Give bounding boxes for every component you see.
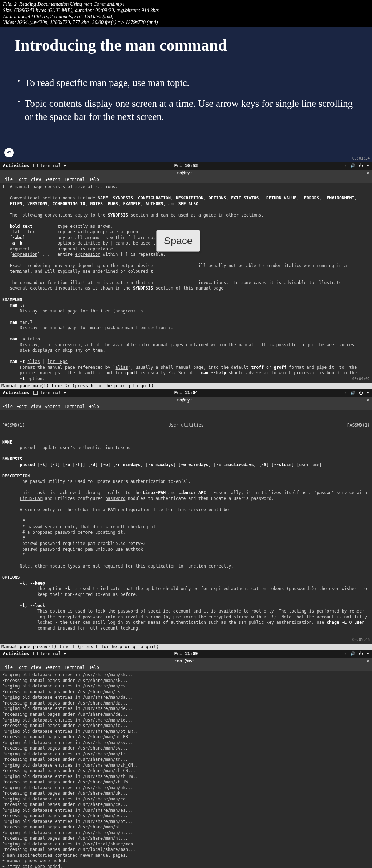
file-info-header: File: 2. Reading Documentation Using man… <box>0 0 372 27</box>
activities-button[interactable]: Activities <box>3 163 29 168</box>
terminal-screenshot-3: Activities Terminal ▼ Fri 11:09 ⚡ 🔊 ⏻ ▾ … <box>0 650 372 868</box>
menu-search[interactable]: Search <box>45 404 60 409</box>
man-header-center: User utilities <box>25 423 347 428</box>
clock[interactable]: Fri 10:58 <box>174 163 198 168</box>
clock[interactable]: Fri 11:09 <box>174 651 198 656</box>
slide-bullets: To read specific man page, use man topic… <box>15 76 357 123</box>
manpage-statusline: Manual page man(1) line 37 (press h for … <box>0 383 372 389</box>
menu-search[interactable]: Search <box>45 177 60 182</box>
file-video: Video: h264, yuv420p, 1280x720, 777 kb/s… <box>3 20 369 26</box>
volume-icon[interactable]: 🔊 <box>350 163 355 168</box>
terminal-menubar: File Edit View Search Terminal Help <box>0 176 372 183</box>
menu-file[interactable]: File <box>2 177 13 182</box>
menu-view[interactable]: View <box>31 404 41 409</box>
file-size: Size: 63996243 bytes (61.03 MiB), durati… <box>3 8 369 14</box>
slide-bullet-2: Topic contents display one screen at a t… <box>15 97 357 124</box>
clock[interactable]: Fri 11:04 <box>174 390 198 395</box>
menu-file[interactable]: File <box>2 665 13 670</box>
space-key-overlay: Space <box>156 230 200 252</box>
back-button[interactable]: ↶ <box>4 148 14 157</box>
menu-help[interactable]: Help <box>89 404 99 409</box>
menu-file[interactable]: File <box>2 404 13 409</box>
network-icon[interactable]: ⚡ <box>344 651 347 656</box>
terminal-icon <box>33 164 38 167</box>
tray-icons[interactable]: ⚡ 🔊 ⏻ ▾ <box>344 391 369 395</box>
file-audio: Audio: aac, 44100 Hz, 2 channels, s16, 1… <box>3 14 369 20</box>
terminal-titlebar: mo@my:~ × <box>0 397 372 403</box>
man-body-content: NAME passwd - update user's authenticati… <box>2 440 370 631</box>
app-menu[interactable]: Terminal ▼ <box>33 390 66 395</box>
volume-icon[interactable]: 🔊 <box>350 651 355 656</box>
tray-icons[interactable]: ⚡ 🔊 ⏻ ▾ <box>344 651 369 656</box>
gnome-topbar: Activities Terminal ▼ Fri 11:04 ⚡ 🔊 ⏻ ▾ <box>0 389 372 397</box>
file-name: File: 2. Reading Documentation Using man… <box>3 1 369 8</box>
timestamp-overlay: 00:04:02 <box>352 377 370 381</box>
menu-edit[interactable]: Edit <box>16 404 27 409</box>
terminal-body[interactable]: PASSWD(1) User utilities PASSWD(1) NAME … <box>0 410 372 644</box>
tray-icons[interactable]: ⚡ 🔊 ⏻ ▾ <box>344 163 369 168</box>
terminal-icon <box>33 652 38 655</box>
menu-edit[interactable]: Edit <box>16 665 27 670</box>
terminal-menubar: File Edit View Search Terminal Help <box>0 664 372 671</box>
volume-icon[interactable]: 🔊 <box>350 391 355 395</box>
timestamp-overlay: 00:01:54 <box>352 156 370 160</box>
terminal-body[interactable]: Purging old database entries in /usr/sha… <box>0 671 372 868</box>
menu-terminal[interactable]: Terminal <box>64 177 85 182</box>
gnome-topbar: Activities Terminal ▼ Fri 10:58 ⚡ 🔊 ⏻ ▾ <box>0 162 372 170</box>
app-menu[interactable]: Terminal ▼ <box>33 163 66 168</box>
close-icon[interactable]: × <box>367 170 369 175</box>
slide-bullet-1: To read specific man page, use man topic… <box>15 76 357 89</box>
menu-caret-icon[interactable]: ▾ <box>367 651 369 656</box>
terminal-screenshot-2: Activities Terminal ▼ Fri 11:04 ⚡ 🔊 ⏻ ▾ … <box>0 389 372 650</box>
menu-caret-icon[interactable]: ▾ <box>367 163 369 168</box>
slide-title: Introducing the man command <box>15 36 357 54</box>
network-icon[interactable]: ⚡ <box>344 163 347 168</box>
manpage-statusline: Manual page passwd(1) line 1 (press h fo… <box>0 644 372 650</box>
activities-button[interactable]: Activities <box>3 390 29 395</box>
menu-terminal[interactable]: Terminal <box>64 404 85 409</box>
menu-help[interactable]: Help <box>89 665 99 670</box>
man-header-right: PASSWD(1) <box>347 423 370 428</box>
close-icon[interactable]: × <box>367 658 369 663</box>
gnome-topbar: Activities Terminal ▼ Fri 11:09 ⚡ 🔊 ⏻ ▾ <box>0 650 372 658</box>
power-icon[interactable]: ⏻ <box>359 391 363 395</box>
terminal-menubar: File Edit View Search Terminal Help <box>0 403 372 410</box>
menu-terminal[interactable]: Terminal <box>64 665 85 670</box>
timestamp-overlay: 00:05:46 <box>352 638 370 642</box>
terminal-body[interactable]: I A manual page consists of several sect… <box>0 183 372 383</box>
terminal-screenshot-1: Activities Terminal ▼ Fri 10:58 ⚡ 🔊 ⏻ ▾ … <box>0 162 372 389</box>
activities-button[interactable]: Activities <box>3 651 29 656</box>
power-icon[interactable]: ⏻ <box>359 163 363 168</box>
menu-help[interactable]: Help <box>89 177 99 182</box>
menu-search[interactable]: Search <box>45 665 60 670</box>
menu-view[interactable]: View <box>31 177 41 182</box>
menu-caret-icon[interactable]: ▾ <box>367 391 369 395</box>
network-icon[interactable]: ⚡ <box>344 391 347 395</box>
menu-view[interactable]: View <box>31 665 41 670</box>
terminal-titlebar: root@my:~ × <box>0 658 372 664</box>
menu-edit[interactable]: Edit <box>16 177 27 182</box>
close-icon[interactable]: × <box>367 397 369 403</box>
terminal-icon <box>33 391 38 395</box>
power-icon[interactable]: ⏻ <box>359 651 363 656</box>
man-header-row: PASSWD(1) User utilities PASSWD(1) <box>2 423 370 428</box>
terminal-titlebar: mo@my:~ × <box>0 170 372 176</box>
slide-presentation: Introducing the man command To read spec… <box>0 27 372 162</box>
man-header-left: PASSWD(1) <box>2 423 25 428</box>
app-menu[interactable]: Terminal ▼ <box>33 651 66 656</box>
